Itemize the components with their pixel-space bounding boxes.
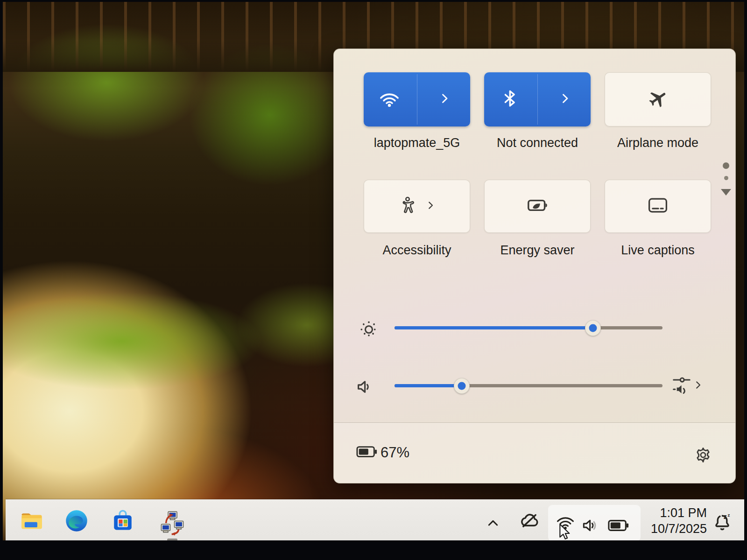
battery-percent-label: 67% [381,444,409,461]
volume-slider-thumb[interactable] [454,378,470,394]
tray-clock[interactable]: 1:01 PM 10/7/2025 [627,505,707,537]
live-captions-icon [647,195,669,218]
network-computers-icon[interactable] [160,511,185,538]
airplane-icon [647,88,669,111]
bell-dnd-icon[interactable]: z z [712,512,732,534]
airplane-tile-label: Airplane mode [597,136,719,150]
chevron-right-icon[interactable] [437,91,451,107]
svg-text:z: z [724,513,727,520]
split-divider [417,74,417,125]
tray-chevron-up-icon[interactable] [486,516,500,530]
wifi-tile-label: laptopmate_5G [356,136,478,150]
tray-volume-icon[interactable] [581,516,599,537]
quick-settings-footer: 67% [334,422,735,483]
volume-slider[interactable] [395,384,662,387]
volume-icon[interactable] [355,377,375,399]
tray-time: 1:01 PM [627,505,707,521]
store-icon[interactable] [111,509,134,534]
svg-text:z: z [728,512,730,518]
energy-saver-tile[interactable] [484,180,591,233]
page-down-arrow-icon[interactable] [721,189,731,196]
bluetooth-icon [500,88,520,111]
tray-date: 10/7/2025 [627,521,707,537]
live-captions-tile-label: Live captions [597,243,719,258]
brightness-icon [359,319,379,342]
gear-icon[interactable] [694,446,712,466]
energy-saver-tile-label: Energy saver [477,243,598,258]
chevron-right-icon[interactable] [558,91,572,107]
mouse-cursor [556,523,575,540]
file-explorer-icon[interactable] [20,509,44,535]
edge-icon[interactable] [64,509,89,535]
brightness-slider[interactable] [395,326,662,329]
airplane-mode-tile[interactable] [605,72,711,126]
quick-settings-panel: laptopmate_5G Not connected Airplane mod… [333,49,736,483]
accessibility-icon [398,196,417,217]
battery-icon [356,445,378,460]
page-indicator-dot-active[interactable] [723,162,729,169]
brightness-slider-thumb[interactable] [585,320,601,336]
wifi-icon [379,89,400,110]
audio-output-icon[interactable] [671,374,692,398]
page-indicator-dot[interactable] [724,176,728,180]
bluetooth-tile[interactable] [484,72,591,126]
taskbar: 1:01 PM 10/7/2025 z z [6,499,744,540]
chevron-right-icon[interactable] [692,379,704,392]
running-app-indicator [167,539,177,540]
volume-slider-fill [395,384,462,387]
energy-saver-icon [526,194,549,218]
desktop-wallpaper: laptopmate_5G Not connected Airplane mod… [3,2,744,540]
accessibility-tile[interactable] [364,180,470,233]
wifi-tile[interactable] [364,72,470,126]
brightness-slider-fill [395,326,593,329]
onedrive-offline-cloud-icon[interactable] [519,511,540,533]
accessibility-tile-label: Accessibility [356,243,478,258]
split-divider [537,74,538,125]
bluetooth-tile-label: Not connected [477,136,598,150]
chevron-right-icon[interactable] [425,200,436,213]
live-captions-tile[interactable] [605,180,711,233]
